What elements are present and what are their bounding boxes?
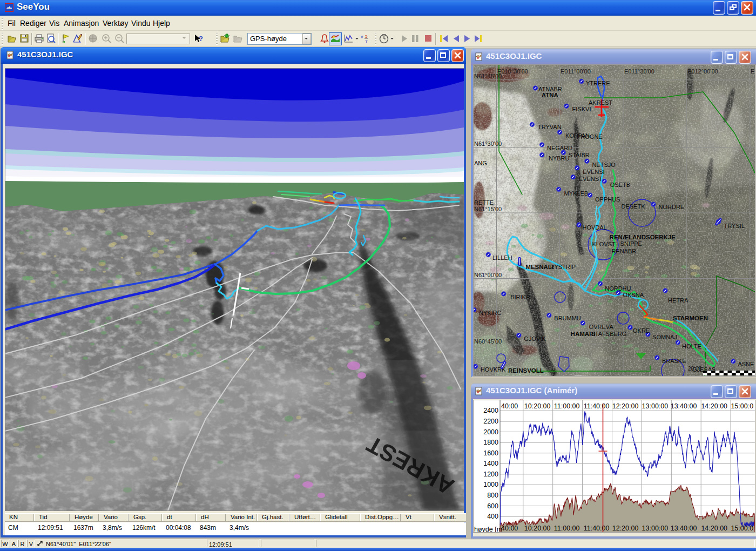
svg-text:MYKLEB: MYKLEB <box>564 190 589 197</box>
svg-text:1800: 1800 <box>483 439 498 446</box>
svg-text:1400: 1400 <box>483 460 498 467</box>
svg-text:GJOVIK: GJOVIK <box>524 335 546 342</box>
svg-text:OKRE: OKRE <box>633 327 650 334</box>
svg-text:10:20:00: 10:20:00 <box>524 525 551 532</box>
svg-text:BIRIKR: BIRIKR <box>510 294 530 300</box>
svg-text:NYBRU: NYBRU <box>549 155 570 162</box>
svg-text:SNIPPE: SNIPPE <box>620 240 642 247</box>
svg-text:ATNA: ATNA <box>542 92 558 98</box>
svg-text:EVENST: EVENST <box>579 176 603 182</box>
svg-text:400: 400 <box>487 513 498 520</box>
svg-text:12:20:00: 12:20:00 <box>612 402 639 410</box>
svg-text:LILLEH: LILLEH <box>492 254 512 261</box>
svg-text:RENABR: RENABR <box>611 248 636 254</box>
svg-text:2400: 2400 <box>483 407 498 414</box>
svg-text:MESNALI: MESNALI <box>525 264 554 270</box>
svg-text:15:00:0: 15:00:0 <box>731 525 753 532</box>
svg-text:N61°00'00: N61°00'00 <box>474 272 502 278</box>
svg-text:E010°30'00: E010°30'00 <box>497 68 528 75</box>
svg-text:13:40:00: 13:40:00 <box>671 402 697 410</box>
svg-text:40:00: 40:00 <box>501 525 518 532</box>
svg-text:STAIBR: STAIBR <box>569 152 590 158</box>
svg-text:DESETK: DESETK <box>622 203 646 210</box>
svg-text:T: T <box>365 39 368 44</box>
svg-text:E011°30'00: E011°30'00 <box>624 68 654 75</box>
svg-text:15:00:0: 15:00:0 <box>731 402 753 410</box>
svg-text:1200: 1200 <box>483 471 498 478</box>
svg-text:RETTE: RETTE <box>474 199 494 206</box>
svg-text:AKREST: AKREST <box>589 99 612 106</box>
svg-text:STARMOEN: STARMOEN <box>673 315 708 321</box>
svg-text:1600: 1600 <box>483 449 498 457</box>
svg-text:800: 800 <box>487 492 498 499</box>
svg-text:BRASKE: BRASKE <box>662 358 686 364</box>
svg-text:40:00: 40:00 <box>501 402 518 410</box>
svg-text:RYSTRIP: RYSTRIP <box>550 264 576 270</box>
svg-text:11:40:00: 11:40:00 <box>584 525 610 532</box>
svg-text:11:40:00: 11:40:00 <box>584 402 610 410</box>
svg-text:?: ? <box>199 35 203 43</box>
svg-text:EVENSI: EVENSI <box>583 169 604 175</box>
svg-text:E012°00'00: E012°00'00 <box>687 68 718 75</box>
svg-text:13:40:00: 13:40:00 <box>671 525 697 532</box>
svg-text:HOLTE: HOLTE <box>682 343 701 350</box>
svg-text:STAFSBERG: STAFSBERG <box>591 331 627 337</box>
svg-text:14:20:00: 14:20:00 <box>701 525 727 532</box>
svg-text:TRYVAN: TRYVAN <box>538 124 562 130</box>
svg-text:v·: v· <box>361 34 365 39</box>
svg-text:2000: 2000 <box>483 428 498 436</box>
svg-text:E011°00'00: E011°00'00 <box>561 68 591 75</box>
svg-text:NETSJO: NETSJO <box>592 162 616 168</box>
svg-text:NEGARD: NEGARD <box>547 145 572 151</box>
svg-text:FISKVI: FISKVI <box>572 106 591 112</box>
svg-text:OSETB: OSETB <box>610 182 630 188</box>
svg-text:HETRA: HETRA <box>668 297 688 304</box>
svg-text:PROGNE: PROGNE <box>577 133 603 140</box>
svg-text:20.08: 20.08 <box>688 366 701 372</box>
svg-text:TRYSIL: TRYSIL <box>724 223 745 229</box>
svg-text:FLANDSOERKJE: FLANDSOERKJE <box>625 234 676 240</box>
svg-text:høyde [m: høyde [m <box>474 526 502 533</box>
svg-text:OKSNA: OKSNA <box>623 292 644 298</box>
svg-text:ASNE: ASNE <box>738 361 754 367</box>
svg-text:10:20:00: 10:20:00 <box>524 402 551 410</box>
svg-text:SOMNAJ: SOMNAJ <box>652 334 677 340</box>
svg-text:12:20:00: 12:20:00 <box>612 525 639 532</box>
svg-text:KLOVST: KLOVST <box>592 241 616 247</box>
svg-text:YTRERE: YTRERE <box>586 80 610 86</box>
svg-text:13:00:00: 13:00:00 <box>642 525 669 532</box>
svg-text:HAMARI: HAMARI <box>571 331 596 337</box>
svg-text:OVREVA: OVREVA <box>589 324 614 330</box>
svg-text:OPPHUS: OPPHUS <box>595 196 620 203</box>
svg-text:11:00:00: 11:00:00 <box>554 525 580 532</box>
svg-text:BRUMMU: BRUMMU <box>554 315 581 321</box>
svg-text:14:20:00: 14:20:00 <box>701 402 727 410</box>
svg-text:N60°45'00: N60°45'00 <box>474 338 502 345</box>
svg-text:N61°30'00: N61°30'00 <box>474 140 502 147</box>
svg-text:N61°45'00: N61°45'00 <box>474 73 502 79</box>
svg-text:E: E <box>751 68 754 75</box>
svg-text:ANG: ANG <box>474 160 487 166</box>
svg-text:600: 600 <box>487 502 498 510</box>
svg-text:NYKIRC: NYKIRC <box>479 310 502 316</box>
svg-text:REINSVOLL: REINSVOLL <box>508 367 544 374</box>
svg-text:2200: 2200 <box>483 418 498 425</box>
svg-text:N61°15'00: N61°15'00 <box>474 206 502 212</box>
svg-text:NORDRE: NORDRE <box>659 204 685 210</box>
svg-text:13:00:00: 13:00:00 <box>642 402 669 410</box>
svg-text:11:00:00: 11:00:00 <box>554 402 580 410</box>
svg-text:HOVDAL: HOVDAL <box>583 224 607 231</box>
svg-text:1000: 1000 <box>483 481 498 488</box>
